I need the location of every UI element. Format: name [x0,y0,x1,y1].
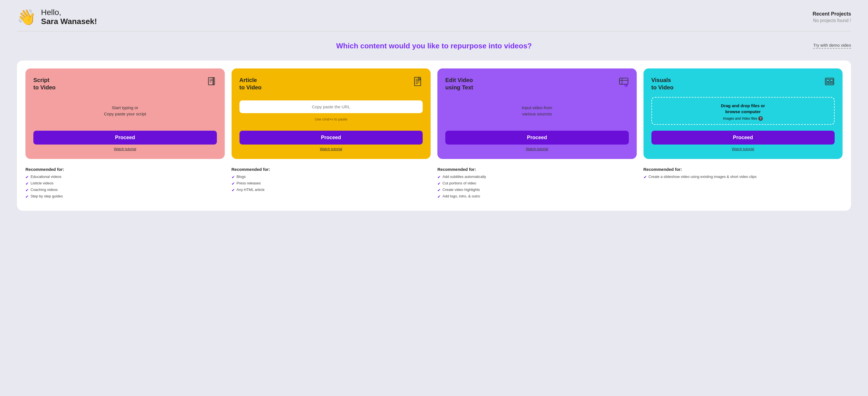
document-icon [412,77,423,89]
info-icon[interactable]: ? [758,116,763,121]
recommendation-script: Recommended for: ✔Educational videos ✔Li… [26,167,225,201]
list-item: ✔Create a slideshow video using existing… [644,175,843,179]
no-projects-text: No projects found ! [813,18,851,23]
card-edit-description: Input video fromvarious sources [522,105,552,117]
check-icon: ✔ [26,188,29,192]
list-item: ✔Create video highlights [437,187,637,192]
rec-visuals-list: ✔Create a slideshow video using existing… [644,175,843,179]
check-icon: ✔ [231,188,235,192]
watch-tutorial-edit[interactable]: Watch tutorial [445,147,629,151]
card-article-body: Use cmd+v to paste [240,97,423,125]
svg-rect-11 [619,78,628,84]
watch-tutorial-script[interactable]: Watch tutorial [33,147,217,151]
book-icon [207,77,217,89]
url-input[interactable] [240,100,423,113]
list-item: ✔Add subtitles automatically [437,175,637,179]
header-left: 👋 Hello, Sara Wanasek! [17,8,97,26]
card-script-body: Start typing orCopy paste your script [33,97,217,125]
greeting-text: Hello, Sara Wanasek! [41,8,97,26]
url-hint: Use cmd+v to paste [315,117,347,121]
card-visuals-to-video: Visuals to Video [644,68,843,159]
proceed-button-article[interactable]: Proceed [240,131,423,145]
list-item: ✔Educational videos [26,175,225,179]
watch-tutorial-visuals[interactable]: Watch tutorial [651,147,835,151]
drop-zone-sub: Images and Video files ? [656,116,830,121]
card-script-to-video: Script to Video [26,68,225,159]
svg-rect-20 [830,82,833,84]
list-item: ✔Blogs [231,175,431,179]
recommendation-article: Recommended for: ✔Blogs ✔Press releases … [231,167,431,201]
recent-projects-section: Recent Projects No projects found ! [813,11,851,23]
rec-edit-list: ✔Add subtitles automatically ✔Cut portio… [437,175,637,199]
card-edit-title: Edit Video using Text [445,77,473,91]
image-gallery-icon [825,77,835,89]
recommendation-visuals: Recommended for: ✔Create a slideshow vid… [644,167,843,201]
card-visuals-title: Visuals to Video [651,77,674,91]
check-icon: ✔ [26,194,29,199]
list-item: ✔Listicle videos [26,181,225,186]
card-article-title: Article to Video [240,77,262,91]
list-item: ✔Cut portions of video [437,181,637,186]
section-title: Which content would you like to repurpos… [336,41,532,50]
rec-article-title: Recommended for: [231,167,431,172]
demo-link-row: Which content would you like to repurpos… [17,41,851,58]
card-script-header: Script to Video [33,77,217,91]
check-icon: ✔ [231,181,235,186]
card-visuals-header: Visuals to Video [651,77,835,91]
url-input-wrapper [240,100,423,113]
video-edit-icon: + [619,77,629,89]
proceed-button-script[interactable]: Proceed [33,131,217,145]
list-item: ✔Step by step guides [26,194,225,199]
proceed-button-edit[interactable]: Proceed [445,131,629,145]
watch-tutorial-article[interactable]: Watch tutorial [240,147,423,151]
rec-article-list: ✔Blogs ✔Press releases ✔Any HTML article [231,175,431,192]
svg-text:+: + [625,84,626,87]
card-article-header: Article to Video [240,77,423,91]
check-icon: ✔ [437,181,441,186]
list-item: ✔Press releases [231,181,431,186]
check-icon: ✔ [437,175,441,179]
recommendation-edit: Recommended for: ✔Add subtitles automati… [437,167,637,201]
check-icon: ✔ [437,194,441,199]
card-edit-body: Input video fromvarious sources [445,97,629,125]
greeting-hello: Hello, [41,8,97,17]
svg-rect-19 [827,82,829,84]
rec-visuals-title: Recommended for: [644,167,843,172]
svg-rect-17 [827,79,829,82]
rec-script-list: ✔Educational videos ✔Listicle videos ✔Co… [26,175,225,199]
check-icon: ✔ [231,175,235,179]
main-content: Which content would you like to repurpos… [0,31,868,222]
list-item: ✔Any HTML article [231,187,431,192]
wave-emoji-icon: 👋 [17,9,36,25]
card-visuals-body[interactable]: Drag and drop files orbrowse computer Im… [651,97,835,125]
list-item: ✔Add logo, intro, & outro [437,194,637,199]
card-script-description: Start typing orCopy paste your script [104,105,146,117]
demo-video-link[interactable]: Try with demo video [813,43,851,49]
card-edit-video: Edit Video using Text + [437,68,637,159]
rec-script-title: Recommended for: [26,167,225,172]
list-item: ✔Coaching videos [26,187,225,192]
check-icon: ✔ [644,175,647,179]
drop-zone[interactable]: Drag and drop files orbrowse computer Im… [651,97,835,125]
recent-projects-label: Recent Projects [813,11,851,17]
svg-rect-18 [830,79,833,82]
greeting-name: Sara Wanasek! [41,17,97,26]
cards-and-recommendations: Script to Video [17,61,851,211]
recommendations-row: Recommended for: ✔Educational videos ✔Li… [26,167,842,201]
drop-zone-text: Drag and drop files orbrowse computer [656,103,830,115]
card-script-title: Script to Video [33,77,56,91]
check-icon: ✔ [26,175,29,179]
cards-row: Script to Video [26,68,842,159]
header: 👋 Hello, Sara Wanasek! Recent Projects N… [0,0,868,31]
check-icon: ✔ [26,181,29,186]
card-edit-header: Edit Video using Text + [445,77,629,91]
check-icon: ✔ [437,188,441,192]
proceed-button-visuals[interactable]: Proceed [651,131,835,145]
card-article-to-video: Article to Video [231,68,431,159]
rec-edit-title: Recommended for: [437,167,637,172]
